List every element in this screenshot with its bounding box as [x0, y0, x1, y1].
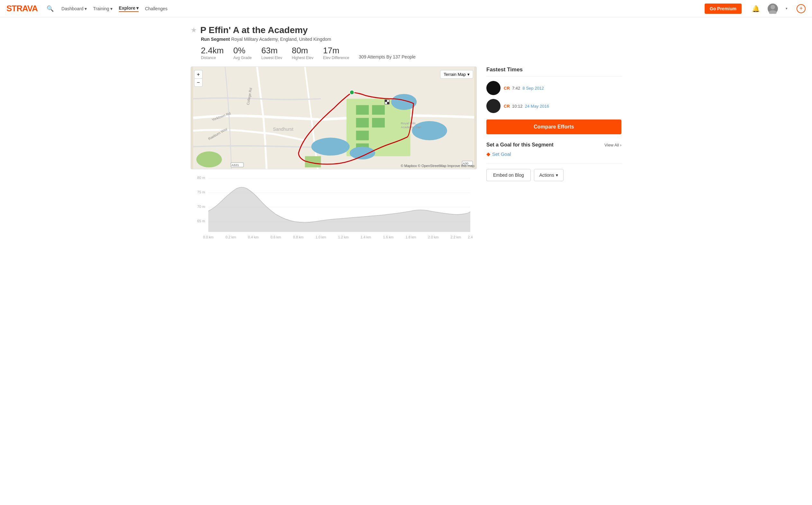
- strava-logo[interactable]: STRAVA: [6, 4, 38, 13]
- chevron-right-icon: ›: [620, 143, 622, 147]
- leaderboard-entry-1: CR 7:42 8 Sep 2012: [486, 81, 622, 95]
- svg-text:75 m: 75 m: [197, 190, 205, 194]
- svg-text:2.4: 2.4: [468, 235, 472, 239]
- goal-section: Set a Goal for this Segment View All › ◆…: [486, 142, 622, 157]
- leaderboard-entry-2: CR 10:12 24 May 2016: [486, 99, 622, 113]
- left-panel: Yorktown Rd Raeburn Way College Rd Sandh…: [190, 66, 477, 246]
- main-container: ★ P Effin' A at the Academy Run Segment …: [181, 17, 631, 254]
- lb-avatar-1: [486, 81, 501, 95]
- nav-links: Dashboard ▾ Training ▾ Explore ▾ Challen…: [61, 5, 167, 12]
- svg-text:1.0 km: 1.0 km: [315, 235, 326, 239]
- lb-info-1: CR 7:42 8 Sep 2012: [504, 86, 544, 91]
- svg-text:Sandhurst: Sandhurst: [273, 127, 293, 132]
- svg-text:0.0 km: 0.0 km: [203, 235, 214, 239]
- segment-stats: 2.4km Distance 0% Avg Grade 63m Lowest E…: [201, 46, 622, 60]
- add-activity-button[interactable]: +: [797, 4, 806, 13]
- svg-rect-4: [356, 105, 369, 115]
- embed-on-blog-button[interactable]: Embed on Blog: [486, 169, 531, 181]
- stat-distance: 2.4km Distance: [201, 46, 224, 60]
- svg-text:80 m: 80 m: [197, 176, 205, 180]
- svg-text:2.2 km: 2.2 km: [450, 235, 461, 239]
- svg-point-13: [350, 147, 376, 159]
- svg-text:65 m: 65 m: [197, 219, 205, 223]
- lb-avatar-2: [486, 99, 501, 113]
- action-row: Embed on Blog Actions ▾: [486, 164, 622, 181]
- stat-highest-elev: 80m Highest Elev: [292, 46, 313, 60]
- go-premium-button[interactable]: Go Premium: [705, 4, 741, 14]
- elevation-chart: 80 m 75 m 70 m 65 m 0.0 km: [190, 173, 477, 246]
- svg-text:70 m: 70 m: [197, 205, 205, 208]
- compare-efforts-button[interactable]: Compare Efforts: [486, 120, 622, 134]
- svg-point-26: [350, 90, 354, 95]
- svg-point-14: [196, 151, 222, 167]
- map-type-dropdown-icon: ▾: [467, 72, 469, 77]
- sidebar: Fastest Times CR 7:42 8 Sep 2012: [486, 66, 622, 246]
- svg-text:0.6 km: 0.6 km: [270, 235, 281, 239]
- stat-avg-grade: 0% Avg Grade: [233, 46, 252, 60]
- lb-date-1[interactable]: 8 Sep 2012: [523, 86, 544, 91]
- segment-meta: Run Segment Royal Military Academy, Engl…: [201, 37, 622, 42]
- svg-text:0.8 km: 0.8 km: [293, 235, 303, 239]
- zoom-out-button[interactable]: −: [194, 78, 202, 87]
- map-type-label: Terrain Map: [444, 72, 466, 77]
- lb-cr-2: CR 10:12 24 May 2016: [504, 104, 549, 109]
- svg-text:0.2 km: 0.2 km: [225, 235, 236, 239]
- svg-text:1.2 km: 1.2 km: [338, 235, 349, 239]
- lb-date-2[interactable]: 24 May 2016: [525, 104, 549, 109]
- svg-text:1.4 km: 1.4 km: [360, 235, 371, 239]
- elevation-svg: 80 m 75 m 70 m 65 m 0.0 km: [190, 173, 477, 246]
- stat-attempts: 309 Attempts By 137 People: [359, 54, 416, 59]
- svg-rect-9: [372, 118, 385, 128]
- nav-training[interactable]: Training ▾: [93, 6, 113, 11]
- goal-section-title: Set a Goal for this Segment: [486, 142, 554, 148]
- svg-rect-6: [356, 131, 369, 140]
- fastest-times-title: Fastest Times: [486, 66, 622, 76]
- svg-text:2.0 km: 2.0 km: [428, 235, 438, 239]
- actions-button[interactable]: Actions ▾: [534, 169, 563, 181]
- stat-elev-diff: 17m Elev Difference: [323, 46, 349, 60]
- svg-rect-28: [385, 100, 387, 102]
- map-background: Yorktown Rd Raeburn Way College Rd Sandh…: [191, 67, 477, 169]
- svg-text:Royal Milit...: Royal Milit...: [401, 122, 418, 125]
- set-goal-button[interactable]: ◆ Set Goal: [486, 151, 511, 157]
- star-icon[interactable]: ★: [190, 26, 197, 34]
- svg-rect-29: [387, 102, 389, 104]
- svg-point-12: [311, 138, 350, 156]
- nav-challenges[interactable]: Challenges: [145, 6, 167, 11]
- actions-dropdown-icon: ▾: [556, 173, 558, 178]
- map-zoom-controls: + −: [194, 70, 202, 87]
- svg-text:1.8 km: 1.8 km: [405, 235, 416, 239]
- stat-lowest-elev: 63m Lowest Elev: [261, 46, 282, 60]
- svg-text:1.6 km: 1.6 km: [383, 235, 393, 239]
- notification-bell-icon[interactable]: 🔔: [752, 5, 760, 13]
- search-icon[interactable]: 🔍: [46, 5, 54, 12]
- map-attribution: © Mapbox © OpenStreetMap Improve this ma…: [401, 164, 475, 168]
- nav-dashboard[interactable]: Dashboard ▾: [61, 6, 87, 11]
- goal-header: Set a Goal for this Segment View All ›: [486, 142, 622, 148]
- content-grid: Yorktown Rd Raeburn Way College Rd Sandh…: [190, 66, 622, 246]
- svg-text:A321: A321: [232, 163, 239, 167]
- segment-header: ★ P Effin' A at the Academy Run Segment …: [190, 25, 622, 60]
- lb-cr-1: CR 7:42 8 Sep 2012: [504, 86, 544, 91]
- segment-title: P Effin' A at the Academy: [200, 25, 308, 35]
- fastest-times-section: Fastest Times CR 7:42 8 Sep 2012: [486, 66, 622, 113]
- nav-explore[interactable]: Explore ▾: [119, 5, 139, 12]
- svg-rect-5: [356, 118, 369, 128]
- user-dropdown-icon[interactable]: ▾: [786, 6, 788, 11]
- svg-point-0: [771, 5, 775, 9]
- svg-text:0.4 km: 0.4 km: [248, 235, 258, 239]
- view-all-link[interactable]: View All ›: [604, 143, 622, 147]
- svg-rect-8: [372, 105, 385, 115]
- lb-info-2: CR 10:12 24 May 2016: [504, 104, 549, 109]
- svg-point-1: [769, 10, 777, 14]
- navigation: STRAVA 🔍 Dashboard ▾ Training ▾ Explore …: [0, 0, 812, 17]
- shield-icon: ◆: [486, 151, 490, 157]
- avatar[interactable]: [768, 4, 778, 14]
- zoom-in-button[interactable]: +: [194, 70, 202, 78]
- map-container: Yorktown Rd Raeburn Way College Rd Sandh…: [190, 66, 477, 169]
- elevation-section: 80 m 75 m 70 m 65 m 0.0 km: [190, 173, 477, 246]
- map-type-button[interactable]: Terrain Map ▾: [440, 70, 473, 79]
